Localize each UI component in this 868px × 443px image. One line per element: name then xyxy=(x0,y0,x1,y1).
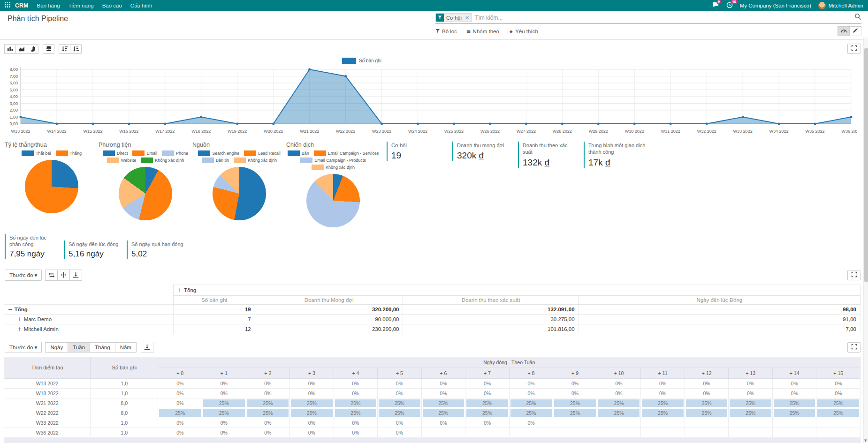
facet-close-icon[interactable]: × xyxy=(464,14,472,22)
flip-axis-button[interactable] xyxy=(45,270,58,281)
expand-icon: + xyxy=(17,316,22,323)
pie-widget: Chiến dịch BánEmail Campaign - ServicesE… xyxy=(286,142,380,227)
sort-desc-button[interactable] xyxy=(59,44,70,54)
pie-chart[interactable] xyxy=(306,174,360,227)
activities-button[interactable]: 46 xyxy=(726,2,733,9)
legend-item[interactable]: Không xác định xyxy=(234,158,277,163)
pivot-measure-header[interactable]: Doanh thu Mong đợi xyxy=(255,295,403,304)
chart-legend[interactable]: Số bản ghi xyxy=(0,58,790,64)
filters-button[interactable]: Bộ lọc xyxy=(435,28,457,35)
legend-item[interactable]: Search engine xyxy=(198,150,239,156)
pie-legend: BánEmail Campaign - ServicesEmail Campai… xyxy=(286,150,380,170)
legend-item[interactable]: Bản tin xyxy=(202,158,229,163)
scrollbar-down-arrow[interactable]: ▼ xyxy=(864,439,867,443)
kpi-opportunities: Cơ hội 19 xyxy=(387,142,445,161)
search-input[interactable] xyxy=(475,15,854,21)
line-chart-button[interactable] xyxy=(15,44,27,54)
stat-value: 7,95 ngày xyxy=(9,249,57,259)
cohort-expand-button[interactable] xyxy=(847,342,860,353)
pivot-row-label[interactable]: +Marc Demo xyxy=(4,314,174,324)
interval-button-ngày[interactable]: Ngày xyxy=(45,342,68,353)
company-switcher[interactable]: My Company (San Francisco) xyxy=(740,3,811,8)
legend-item[interactable]: Không xác định xyxy=(312,165,355,170)
download-button[interactable] xyxy=(69,270,82,281)
messages-button[interactable]: 9 xyxy=(712,2,719,9)
legend-item[interactable]: Lead Recall xyxy=(244,150,281,156)
pie-chart[interactable] xyxy=(119,167,172,220)
svg-text:W18 2022: W18 2022 xyxy=(191,129,211,134)
filter-funnel-icon xyxy=(436,14,444,22)
pivot-measure-header[interactable]: Doanh thu theo xác suất xyxy=(403,295,579,304)
legend-item[interactable]: Bán xyxy=(288,150,309,156)
scrollbar-thumb[interactable] xyxy=(864,48,868,282)
stat-label: Số ngày quá hạn đóng xyxy=(131,241,184,248)
pivot-measures-button[interactable]: Thước đo ▾ xyxy=(5,270,42,281)
graph-toolbar xyxy=(5,44,860,54)
legend-item[interactable]: Thắng xyxy=(56,150,82,156)
search-icon[interactable] xyxy=(854,13,861,22)
legend-item[interactable]: Thất bại xyxy=(22,150,51,156)
menu-sales[interactable]: Bán hàng xyxy=(37,3,60,8)
interval-button-tháng[interactable]: Tháng xyxy=(90,342,115,353)
groupby-button[interactable]: ≡ Nhóm theo xyxy=(466,28,499,35)
pivot-measure-header[interactable]: Số bản ghi xyxy=(174,295,255,304)
vertical-scrollbar[interactable]: ▼ xyxy=(863,38,868,443)
user-menu[interactable]: Mitchell Admin xyxy=(818,2,863,9)
pivot-row-label[interactable]: +Mitchell Admin xyxy=(4,324,174,334)
edit-dashboard-button[interactable] xyxy=(849,26,861,36)
cohort-row: W18 20221,00%0%0%0%0%0%0%0%0%0%0%0%0%0%0… xyxy=(4,388,860,398)
svg-text:W29 2022: W29 2022 xyxy=(589,129,608,134)
legend-label: Thất bại xyxy=(36,151,51,156)
dashboard-view-button[interactable] xyxy=(838,26,850,36)
cohort-measures-button[interactable]: Thước đo ▾ xyxy=(5,342,42,353)
pivot-cell: 19 xyxy=(174,304,255,314)
pivot-row-label[interactable]: −Tổng xyxy=(4,304,174,314)
menu-leads[interactable]: Tiềm năng xyxy=(69,3,94,8)
kpi-expected-revenue: Doanh thu mong đợi 320k đ xyxy=(452,142,510,161)
legend-item[interactable]: Không xác định xyxy=(141,158,184,163)
pie-chart[interactable] xyxy=(213,167,266,220)
cohort-cell: 25% xyxy=(421,408,465,418)
cohort-cell: 0% xyxy=(421,388,465,398)
sort-asc-button[interactable] xyxy=(70,44,82,54)
pie-widget: Phương tiện DirectEmailPhoneWebsiteKhông… xyxy=(99,142,192,227)
pivot-expand-button[interactable] xyxy=(847,270,860,280)
menu-reporting[interactable]: Báo cáo xyxy=(102,3,122,8)
legend-item[interactable]: Website xyxy=(107,158,136,163)
expand-all-button[interactable] xyxy=(57,270,70,281)
cohort-row-count: 1,0 xyxy=(91,428,158,437)
cohort-cell: 0% xyxy=(421,418,465,428)
legend-item[interactable]: Email Campaign - Services xyxy=(314,150,379,156)
legend-item[interactable]: Phone xyxy=(162,150,188,156)
pie-widget: Nguồn Search engineLead RecallBản tinKhô… xyxy=(192,142,286,227)
favorites-button[interactable]: ★ Yêu thích xyxy=(509,28,538,35)
svg-text:W30 2022: W30 2022 xyxy=(625,129,644,134)
expand-icon: + xyxy=(17,326,22,332)
area-chart[interactable]: 0,001,002,003,004,005,006,007,008,00W13 … xyxy=(4,65,857,136)
interval-button-tuần[interactable]: Tuần xyxy=(68,342,90,353)
pivot-measure-header[interactable]: Ngày đến lúc Đóng xyxy=(579,295,860,304)
cohort-download-button[interactable] xyxy=(141,342,153,353)
cohort-offset-header: + 10 xyxy=(597,368,641,378)
bar-chart-button[interactable] xyxy=(4,44,16,54)
cohort-cell: 0% xyxy=(202,388,246,398)
pivot-cell: 7 xyxy=(174,314,255,324)
interval-button-năm[interactable]: Năm xyxy=(115,342,137,353)
stat-days-to-close: Số ngày đến lúc đóng 5,16 ngày xyxy=(64,240,120,259)
app-name[interactable]: CRM xyxy=(15,2,28,9)
pivot-row: −Tổng19320.200,00132.091,0098,00 xyxy=(4,304,860,314)
pivot-group-header[interactable]: +Tổng xyxy=(174,285,860,295)
pivot-view-button[interactable] xyxy=(43,44,54,54)
legend-item[interactable]: Email xyxy=(132,150,157,156)
pie-chart[interactable] xyxy=(25,160,78,213)
apps-menu-button[interactable] xyxy=(5,2,10,9)
graph-expand-button[interactable] xyxy=(847,44,860,54)
legend-item[interactable]: Direct xyxy=(103,150,128,156)
legend-label: Email Campaign - Products xyxy=(314,158,366,163)
search-facet[interactable]: Cơ hội × xyxy=(435,13,472,22)
legend-item[interactable]: Email Campaign - Products xyxy=(300,158,366,163)
pie-chart-button[interactable] xyxy=(27,44,38,54)
cohort-cell: 0% xyxy=(334,378,378,388)
menu-configuration[interactable]: Cấu hình xyxy=(130,3,152,8)
legend-swatch xyxy=(107,158,119,163)
